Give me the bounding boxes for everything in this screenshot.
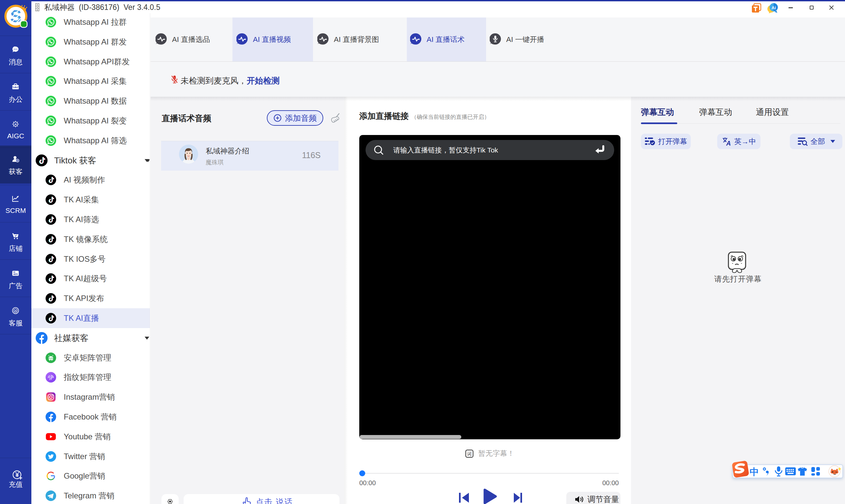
svg-text:Ai: Ai xyxy=(772,5,776,10)
svg-text:词: 词 xyxy=(467,451,472,456)
svg-text:ADS: ADS xyxy=(13,273,18,275)
svg-text:AI: AI xyxy=(14,123,17,126)
svg-text:S: S xyxy=(10,6,22,26)
svg-text:A: A xyxy=(726,140,731,146)
svg-text:AI: AI xyxy=(15,310,17,312)
